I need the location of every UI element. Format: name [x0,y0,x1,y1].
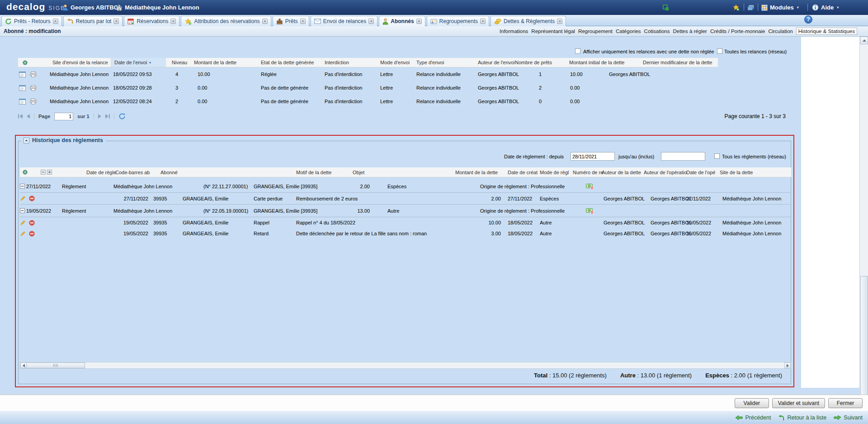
suivant-link[interactable]: Suivant [834,414,863,421]
col-motif-dette[interactable]: Motif de la dette [296,167,331,177]
tab-regroupements[interactable]: Regroupements × [427,16,489,26]
next-page-icon[interactable] [98,114,101,119]
tab-prets-retours[interactable]: Prêts - Retours × [1,16,62,26]
col-montant-dette[interactable]: Montant de la dette [455,167,498,177]
edit-pencil-icon[interactable] [20,217,26,228]
remove-icon[interactable] [29,228,35,239]
report-icon[interactable] [19,95,26,108]
previous-page-icon[interactable] [27,114,30,119]
nav-credits-porte-monnaie[interactable]: Crédits / Porte-monnaie [710,29,765,34]
reglement-detail-row[interactable]: 19/05/2022 39935 GRANGEAIS, Emilie Retar… [20,228,791,239]
close-icon[interactable]: × [368,19,374,24]
reglements-network-checkbox[interactable] [714,153,720,159]
col-montant-dette[interactable]: Montant de la dette [194,58,236,67]
close-icon[interactable]: × [300,19,306,24]
reglement-group-row[interactable]: 19/05/2022 Règlement Médiathèque John Le… [20,205,791,217]
col-mode-reglement[interactable]: Mode de règl [540,167,569,177]
col-date-operation[interactable]: Date de l'opé [686,167,715,177]
print-icon[interactable] [30,67,37,81]
edit-pencil-icon[interactable] [20,228,26,239]
col-auteur-dette[interactable]: Auteur de la dette [602,167,641,177]
col-interdiction[interactable]: Interdiction [325,58,349,67]
aide-menu[interactable]: Aide ▾ [812,0,839,15]
nav-cotisations[interactable]: Cotisations [644,29,670,34]
relances-unpaid-checkbox[interactable] [575,48,580,54]
col-abonne[interactable]: Abonné [160,167,178,177]
close-icon[interactable]: × [113,19,119,24]
precedent-link[interactable]: Précédent [735,414,771,421]
date-from-input[interactable] [571,152,615,161]
relance-row[interactable]: Médiathèque John Lennon 18/05/2022 09:28… [18,81,718,95]
windows-icon[interactable] [747,0,754,15]
receipt-banknote-icon[interactable] [586,180,594,192]
reglement-detail-row[interactable]: 19/05/2022 39935 GRANGEAIS, Emilie Rappe… [20,217,791,228]
collapse-group-icon[interactable] [20,205,25,217]
reglement-detail-row[interactable]: 27/11/2022 39935 GRANGEAIS, Emilie Carte… [20,193,791,205]
reglement-group-row[interactable]: 27/11/2022 Règlement Médiathèque John Le… [20,180,791,193]
vertical-scrollbar-thumb[interactable] [860,276,868,403]
retour-liste-link[interactable]: Retour à la liste [778,414,826,421]
tab-attribution-reservations[interactable]: Attribution des réservations × [181,16,271,26]
nav-representant-legal[interactable]: Représentant légal [531,29,575,34]
relance-row[interactable]: Médiathèque John Lennon 18/05/2022 09:53… [18,67,718,81]
tab-prets[interactable]: Prêts × [273,16,309,26]
tab-abonnes[interactable]: Abonnés × [379,16,425,26]
relance-row[interactable]: Médiathèque John Lennon 12/05/2022 08:24… [18,95,718,108]
col-numero-recu[interactable]: Numéro de re [573,167,603,177]
first-page-icon[interactable] [18,114,23,119]
horizontal-scrollbar-thumb[interactable] [26,362,85,368]
nav-categories[interactable]: Catégories [616,29,641,34]
report-icon[interactable] [19,67,26,81]
col-objet[interactable]: Objet [353,167,364,177]
tab-retours-par-lot[interactable]: Retours par lot × [63,16,123,26]
col-nombre-prets[interactable]: Nombre de prêts [515,58,552,67]
relances-network-checkbox[interactable] [717,48,722,54]
close-icon[interactable]: × [557,19,562,24]
scroll-left-icon[interactable] [20,362,27,368]
col-type-envoi[interactable]: Type d'envoi [416,58,444,67]
edit-pencil-icon[interactable] [20,193,26,204]
col-auteur-envoi[interactable]: Auteur de l'envoi [478,58,515,67]
col-auteur-operation[interactable]: Auteur de l'opératio [644,167,687,177]
tab-envoi-relances[interactable]: Envoi de relances × [311,16,377,26]
remove-icon[interactable] [29,193,35,204]
favorites-icon[interactable] [732,0,740,15]
page-input[interactable] [54,113,73,120]
column-settings-gear-icon[interactable] [22,167,28,177]
scroll-up-icon[interactable] [860,37,868,44]
refresh-icon[interactable] [118,113,126,120]
nav-circulation[interactable]: Circulation [768,29,793,34]
column-settings-gear-icon[interactable] [22,58,28,67]
print-icon[interactable] [30,95,37,108]
valider-et-suivant-button[interactable]: Valider et suivant [772,398,825,408]
expand-collapse-all-icon[interactable] [41,167,52,177]
close-icon[interactable]: × [170,19,176,24]
nav-dettes-a-regler[interactable]: Dettes à régler [673,29,707,34]
fermer-button[interactable]: Fermer [828,398,863,408]
print-icon[interactable] [30,81,37,95]
tab-reservations[interactable]: Réservations × [124,16,179,26]
col-code-barres[interactable]: Code-barres ab [115,167,150,177]
col-dernier-modificateur[interactable]: Dernier modificateur de la dette [643,58,712,67]
close-icon[interactable]: × [53,19,58,24]
close-icon[interactable]: × [262,19,268,24]
nav-regroupement[interactable]: Regroupement [578,29,613,34]
scroll-right-icon[interactable] [784,362,791,368]
col-date-reglement[interactable]: Date de règle [86,167,116,177]
receipt-banknote-icon[interactable] [586,205,594,217]
last-page-icon[interactable] [105,114,110,119]
col-montant-initial[interactable]: Montant initial de la dette [569,58,624,67]
col-date-envoi[interactable]: Date de l'envoi ▼ [114,58,151,67]
nav-informations[interactable]: Informations [500,29,528,34]
col-site-dette[interactable]: Site de la dette [720,167,753,177]
close-icon[interactable]: × [480,19,486,24]
valider-button[interactable]: Valider [735,398,769,408]
nav-historique-statistiques[interactable]: Historique & Statistiques [796,28,857,35]
collapse-group-icon[interactable] [20,180,25,192]
help-icon[interactable]: ? [804,15,812,24]
collapse-panel-icon[interactable] [24,138,29,143]
modules-menu[interactable]: Modules ▾ [761,0,799,15]
remove-icon[interactable] [29,217,35,228]
col-site-envoi[interactable]: Site d'envoi de la relance [52,58,108,67]
report-icon[interactable] [19,81,26,95]
